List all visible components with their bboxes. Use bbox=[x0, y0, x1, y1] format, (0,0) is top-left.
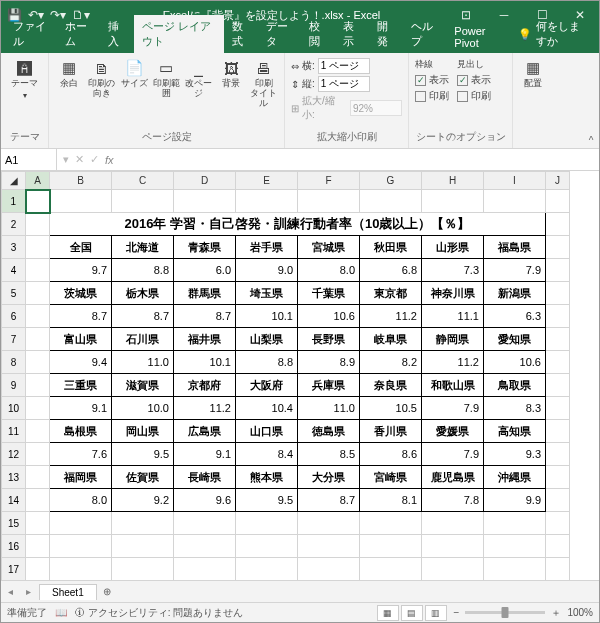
data-header-cell[interactable]: 兵庫県 bbox=[298, 374, 360, 397]
data-header-cell[interactable]: 新潟県 bbox=[484, 282, 546, 305]
print-titles-button[interactable]: 🖶印刷 タイトル bbox=[250, 57, 278, 111]
data-header-cell[interactable]: 神奈川県 bbox=[422, 282, 484, 305]
cell[interactable] bbox=[546, 466, 570, 489]
data-value-cell[interactable]: 9.9 bbox=[484, 489, 546, 512]
data-value-cell[interactable]: 7.9 bbox=[484, 259, 546, 282]
cell[interactable] bbox=[360, 512, 422, 535]
cell[interactable] bbox=[26, 374, 50, 397]
scale-height-input[interactable] bbox=[318, 76, 370, 92]
data-header-cell[interactable]: 栃木県 bbox=[112, 282, 174, 305]
cell[interactable] bbox=[484, 512, 546, 535]
data-value-cell[interactable]: 9.5 bbox=[112, 443, 174, 466]
data-header-cell[interactable]: 福島県 bbox=[484, 236, 546, 259]
row-header[interactable]: 6 bbox=[2, 305, 26, 328]
arrange-button[interactable]: ▦配置 bbox=[519, 57, 547, 91]
data-header-cell[interactable]: 千葉県 bbox=[298, 282, 360, 305]
data-header-cell[interactable]: 埼玉県 bbox=[236, 282, 298, 305]
data-value-cell[interactable]: 8.7 bbox=[112, 305, 174, 328]
data-value-cell[interactable]: 10.5 bbox=[360, 397, 422, 420]
data-value-cell[interactable]: 8.6 bbox=[360, 443, 422, 466]
orientation-button[interactable]: 🗎印刷の 向き bbox=[87, 57, 115, 101]
data-value-cell[interactable]: 8.8 bbox=[236, 351, 298, 374]
data-header-cell[interactable]: 三重県 bbox=[50, 374, 112, 397]
col-header[interactable]: I bbox=[484, 172, 546, 190]
col-header[interactable]: G bbox=[360, 172, 422, 190]
data-header-cell[interactable]: 山梨県 bbox=[236, 328, 298, 351]
headings-print-check[interactable]: 印刷 bbox=[457, 88, 491, 104]
data-value-cell[interactable]: 8.7 bbox=[174, 305, 236, 328]
data-header-cell[interactable]: 全国 bbox=[50, 236, 112, 259]
cell[interactable] bbox=[236, 535, 298, 558]
tab-校閲[interactable]: 校閲 bbox=[301, 15, 335, 53]
data-value-cell[interactable]: 7.9 bbox=[422, 443, 484, 466]
tab-データ[interactable]: データ bbox=[258, 15, 301, 53]
print-area-button[interactable]: ▭印刷範囲 bbox=[152, 57, 180, 101]
minimize-icon[interactable]: ─ bbox=[485, 1, 523, 29]
row-header[interactable]: 11 bbox=[2, 420, 26, 443]
cell[interactable] bbox=[236, 512, 298, 535]
data-value-cell[interactable]: 7.8 bbox=[422, 489, 484, 512]
data-header-cell[interactable]: 徳島県 bbox=[298, 420, 360, 443]
data-value-cell[interactable]: 7.3 bbox=[422, 259, 484, 282]
row-header[interactable]: 1 bbox=[2, 190, 26, 213]
cell[interactable] bbox=[26, 328, 50, 351]
data-header-cell[interactable]: 佐賀県 bbox=[112, 466, 174, 489]
cell[interactable] bbox=[112, 190, 174, 213]
row-header[interactable]: 15 bbox=[2, 512, 26, 535]
worksheet-grid[interactable]: ◢ABCDEFGHIJ122016年 学習・自己啓発・訓練行動者率（10歳以上）… bbox=[1, 171, 599, 580]
cell[interactable] bbox=[546, 213, 570, 236]
scale-height-row[interactable]: ⇕縦: bbox=[291, 75, 370, 93]
normal-view-icon[interactable]: ▦ bbox=[377, 605, 399, 621]
data-value-cell[interactable]: 11.0 bbox=[298, 397, 360, 420]
cell[interactable] bbox=[298, 190, 360, 213]
cell[interactable] bbox=[112, 558, 174, 581]
scale-width-input[interactable] bbox=[318, 58, 370, 74]
data-value-cell[interactable]: 8.0 bbox=[298, 259, 360, 282]
row-header[interactable]: 17 bbox=[2, 558, 26, 581]
data-header-cell[interactable]: 秋田県 bbox=[360, 236, 422, 259]
data-header-cell[interactable]: 福岡県 bbox=[50, 466, 112, 489]
data-header-cell[interactable]: 長野県 bbox=[298, 328, 360, 351]
tab-nav-next[interactable]: ▸ bbox=[19, 586, 37, 597]
cell[interactable] bbox=[50, 558, 112, 581]
ribbon-opts-icon[interactable]: ⊡ bbox=[447, 1, 485, 29]
data-header-cell[interactable]: 奈良県 bbox=[360, 374, 422, 397]
data-header-cell[interactable]: 茨城県 bbox=[50, 282, 112, 305]
data-value-cell[interactable]: 8.0 bbox=[50, 489, 112, 512]
data-header-cell[interactable]: 宮城県 bbox=[298, 236, 360, 259]
cell[interactable] bbox=[298, 512, 360, 535]
data-header-cell[interactable]: 愛媛県 bbox=[422, 420, 484, 443]
page-layout-view-icon[interactable]: ▤ bbox=[401, 605, 423, 621]
size-button[interactable]: 📄サイズ bbox=[120, 57, 148, 91]
zoom-out-icon[interactable]: − bbox=[454, 607, 460, 618]
cell[interactable] bbox=[484, 535, 546, 558]
cell[interactable] bbox=[50, 190, 112, 213]
data-header-cell[interactable]: 滋賀県 bbox=[112, 374, 174, 397]
undo-icon[interactable]: ↶▾ bbox=[28, 8, 44, 22]
cell[interactable] bbox=[26, 236, 50, 259]
data-value-cell[interactable]: 8.3 bbox=[484, 397, 546, 420]
col-header[interactable]: J bbox=[546, 172, 570, 190]
cell[interactable] bbox=[546, 397, 570, 420]
row-header[interactable]: 14 bbox=[2, 489, 26, 512]
data-header-cell[interactable]: 山口県 bbox=[236, 420, 298, 443]
col-header[interactable]: F bbox=[298, 172, 360, 190]
cell[interactable] bbox=[26, 397, 50, 420]
data-header-cell[interactable]: 石川県 bbox=[112, 328, 174, 351]
cell[interactable] bbox=[112, 512, 174, 535]
cell[interactable] bbox=[546, 190, 570, 213]
data-header-cell[interactable]: 愛知県 bbox=[484, 328, 546, 351]
data-value-cell[interactable]: 7.6 bbox=[50, 443, 112, 466]
gridlines-print-check[interactable]: 印刷 bbox=[415, 88, 449, 104]
row-header[interactable]: 7 bbox=[2, 328, 26, 351]
data-value-cell[interactable]: 7.9 bbox=[422, 397, 484, 420]
cell[interactable] bbox=[174, 535, 236, 558]
cell[interactable] bbox=[546, 259, 570, 282]
data-value-cell[interactable]: 10.1 bbox=[174, 351, 236, 374]
data-value-cell[interactable]: 8.7 bbox=[298, 489, 360, 512]
data-value-cell[interactable]: 9.4 bbox=[50, 351, 112, 374]
cell[interactable] bbox=[26, 305, 50, 328]
cell[interactable] bbox=[422, 535, 484, 558]
data-header-cell[interactable]: 広島県 bbox=[174, 420, 236, 443]
data-value-cell[interactable]: 8.7 bbox=[50, 305, 112, 328]
